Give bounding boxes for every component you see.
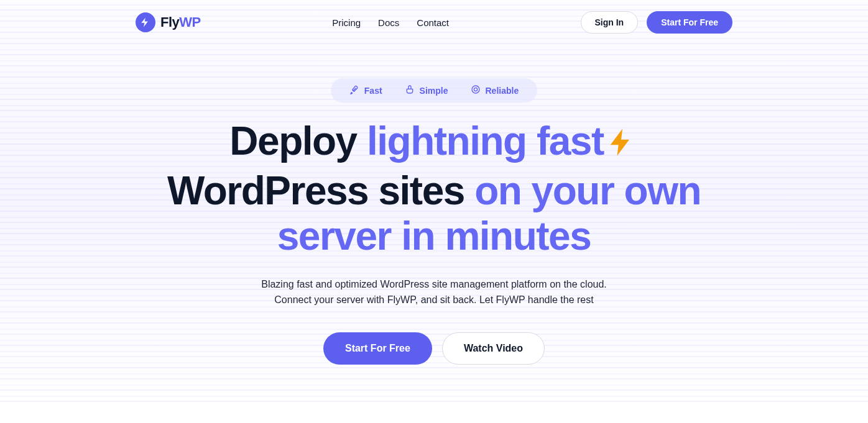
nav-links: Pricing Docs Contact (332, 17, 449, 28)
top-nav: FlyWP Pricing Docs Contact Sign In Start… (136, 0, 732, 45)
chip-reliable-label: Reliable (486, 86, 519, 96)
sign-in-button[interactable]: Sign In (581, 11, 639, 34)
nav-link-docs[interactable]: Docs (378, 17, 399, 28)
chip-reliable: Reliable (471, 84, 519, 96)
hero-subtitle: Blazing fast and optimized WordPress sit… (136, 277, 732, 308)
rocket-icon (349, 84, 359, 96)
bolt-icon (605, 122, 637, 168)
snap-icon (405, 84, 415, 96)
hero-title-accent1: lightning fast (367, 119, 604, 163)
chip-simple-label: Simple (420, 86, 448, 96)
hero-start-free-button[interactable]: Start For Free (323, 332, 432, 365)
hero-title: Deploy lightning fast WordPress sites on… (136, 119, 732, 260)
hero-title-part1: Deploy (229, 119, 367, 163)
logo-mark-icon (136, 12, 155, 32)
hero-sub-line2: Connect your server with FlyWP, and sit … (274, 294, 593, 305)
hero-title-part2: WordPress sites (167, 168, 474, 213)
nav-link-pricing[interactable]: Pricing (332, 17, 361, 28)
nav-link-contact[interactable]: Contact (417, 17, 449, 28)
logo[interactable]: FlyWP (136, 12, 201, 32)
start-free-button[interactable]: Start For Free (647, 11, 732, 34)
svg-point-1 (474, 88, 477, 91)
svg-point-0 (472, 86, 479, 93)
chip-simple: Simple (405, 84, 448, 96)
target-icon (471, 84, 481, 96)
feature-chips: Fast Simple Reliable (331, 78, 537, 102)
nav-actions: Sign In Start For Free (581, 11, 732, 34)
chip-fast-label: Fast (364, 86, 382, 96)
section-control-panel: A Cloud Server Control Panel Tailored fo… (0, 402, 868, 423)
chip-fast: Fast (349, 84, 382, 96)
logo-text: FlyWP (160, 14, 201, 30)
hero-sub-line1: Blazing fast and optimized WordPress sit… (261, 279, 607, 289)
hero-watch-video-button[interactable]: Watch Video (442, 332, 545, 365)
hero-ctas: Start For Free Watch Video (136, 332, 732, 365)
